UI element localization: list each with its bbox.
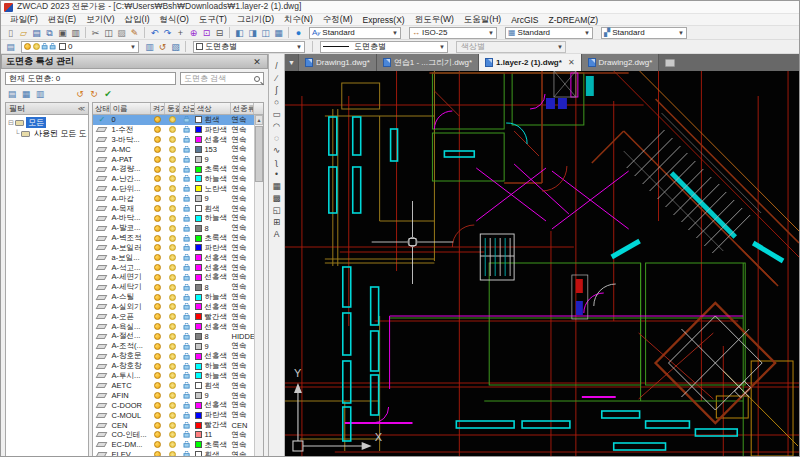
layer-color-cell[interactable]: 선홍색 — [194, 400, 230, 410]
layer-lock-toggle[interactable] — [180, 440, 195, 450]
layer-linetype-cell[interactable]: 연속 — [231, 391, 254, 401]
construction-line-tool-icon[interactable]: ∕ — [270, 72, 284, 84]
layer-linetype-cell[interactable]: 연속 — [231, 253, 254, 263]
layer-lock-toggle[interactable] — [180, 253, 195, 263]
layer-on-toggle[interactable] — [151, 312, 166, 322]
layer-freeze-toggle[interactable] — [165, 213, 180, 223]
layer-lock-toggle[interactable] — [180, 430, 195, 440]
layer-freeze-toggle[interactable] — [165, 194, 180, 204]
layer-color-cell[interactable]: 흰색 — [194, 381, 230, 391]
layer-linetype-cell[interactable]: 연속 — [231, 204, 254, 214]
document-tab[interactable]: Drawing2.dwg* — [582, 54, 660, 71]
layer-linetype-cell[interactable]: 연속 — [231, 351, 254, 361]
layer-lock-toggle[interactable] — [180, 184, 195, 194]
layer-on-toggle[interactable] — [151, 213, 166, 223]
pan-icon[interactable]: + — [174, 27, 187, 39]
layer-freeze-toggle[interactable] — [165, 233, 180, 243]
layer-color-cell[interactable]: 선홍색 — [194, 351, 230, 361]
close-icon[interactable]: ✕ — [251, 57, 263, 67]
layer-linetype-cell[interactable]: 연속 — [231, 194, 254, 204]
rectangle-tool-icon[interactable]: ▭ — [270, 108, 284, 120]
layer-linetype-cell[interactable]: 연속 — [231, 292, 254, 302]
table-row[interactable]: A-석고...선홍색연속 — [93, 263, 254, 273]
table-row[interactable]: ELEV흰색연속 — [93, 450, 254, 457]
layer-lock-toggle[interactable] — [180, 341, 195, 351]
layer-on-toggle[interactable] — [151, 351, 166, 361]
layer-lock-toggle[interactable] — [180, 273, 195, 283]
layer-lock-toggle[interactable] — [180, 410, 195, 420]
layer-linetype-cell[interactable]: 연속 — [231, 312, 254, 322]
layer-lock-toggle[interactable] — [180, 391, 195, 401]
layer-color-cell[interactable]: 노란색 — [194, 184, 230, 194]
layer-on-toggle[interactable] — [151, 273, 166, 283]
table-row[interactable]: ✓0흰색연속 — [93, 115, 254, 125]
layer-on-toggle[interactable] — [151, 125, 166, 135]
layer-freeze-toggle[interactable] — [165, 164, 180, 174]
table-row[interactable]: 1-수전파란색연속 — [93, 125, 254, 135]
table-row[interactable]: C-MOUL파란색연속 — [93, 410, 254, 420]
delete-layer-icon[interactable]: ↻ — [87, 88, 101, 100]
table-row[interactable]: A-바닥...하늘색연속 — [93, 213, 254, 223]
table-row[interactable]: A-투시...하늘색연속 — [93, 371, 254, 381]
table-row[interactable]: A-스틸하늘색연속 — [93, 292, 254, 302]
layer-color-cell[interactable]: 153 — [194, 145, 230, 155]
layer-lock-toggle[interactable] — [180, 135, 195, 145]
layer-states-manager-icon[interactable]: ▥ — [33, 88, 47, 100]
layer-on-toggle[interactable] — [151, 361, 166, 371]
close-tab-icon[interactable]: ✕ — [565, 58, 575, 67]
new-layer-icon[interactable]: ↺ — [73, 88, 87, 100]
menu-item[interactable]: 편집(E) — [43, 14, 81, 26]
table-style-combo[interactable]: ▦ Standard ▼ — [505, 27, 593, 39]
layer-linetype-cell[interactable]: 연속 — [231, 302, 254, 312]
plot-preview-icon[interactable]: ▥ — [69, 27, 82, 39]
layer-freeze-toggle[interactable] — [165, 312, 180, 322]
viewport-single-icon[interactable]: ◧ — [233, 27, 246, 39]
layer-color-cell[interactable]: 9 — [194, 194, 230, 204]
layer-on-toggle[interactable] — [151, 164, 166, 174]
save-all-icon[interactable]: ⧉ — [43, 27, 56, 39]
layer-lock-toggle[interactable] — [180, 322, 195, 332]
layer-on-toggle[interactable] — [151, 302, 166, 312]
document-tab[interactable]: Drawing1.dwg* — [299, 54, 377, 71]
layer-on-toggle[interactable] — [151, 204, 166, 214]
circle-tool-icon[interactable]: ○ — [270, 96, 284, 108]
mtext-tool-icon[interactable]: A — [270, 228, 284, 240]
collapse-icon[interactable]: ≪ — [78, 105, 85, 113]
menu-item[interactable]: 수정(M) — [318, 14, 358, 26]
menu-item[interactable]: 보기(V) — [81, 14, 119, 26]
layer-freeze-toggle[interactable] — [165, 135, 180, 145]
layer-on-toggle[interactable] — [151, 400, 166, 410]
layer-lock-toggle[interactable] — [180, 174, 195, 184]
table-row[interactable]: A-발코...8연속 — [93, 223, 254, 233]
layer-linetype-cell[interactable]: 연속 — [231, 154, 254, 164]
layer-freeze-toggle[interactable] — [165, 371, 180, 381]
layer-color-cell[interactable]: 선홍색 — [194, 273, 230, 283]
layer-on-toggle[interactable] — [151, 253, 166, 263]
mleader-style-combo[interactable]: ▞ Standard ▼ — [601, 27, 687, 39]
table-row[interactable]: A-조적(...9연속 — [93, 341, 254, 351]
dim-style-combo[interactable]: ↔ ISO-25 ▼ — [409, 27, 497, 39]
table-row[interactable]: A-창호창하늘색연속 — [93, 361, 254, 371]
layer-freeze-toggle[interactable] — [165, 292, 180, 302]
tab-overflow-icon[interactable]: ▼ — [285, 54, 299, 71]
vertical-scrollbar[interactable]: ▲ — [254, 115, 263, 457]
layer-color-cell[interactable]: 선홍색 — [194, 322, 230, 332]
panel-title-bar[interactable]: 도면층 특성 관리 ✕ — [1, 54, 268, 69]
layer-linetype-cell[interactable]: 연속 — [231, 223, 254, 233]
layer-freeze-toggle[interactable] — [165, 184, 180, 194]
layer-on-toggle[interactable] — [151, 135, 166, 145]
layer-lock-toggle[interactable] — [180, 223, 195, 233]
layer-color-cell[interactable]: 9 — [194, 341, 230, 351]
filter-tree-item[interactable]: └사용된 모든 도... — [7, 128, 87, 139]
table-row[interactable]: A-보일러파란색연속 — [93, 243, 254, 253]
region-tool-icon[interactable]: ◱ — [270, 204, 284, 216]
layer-color-cell[interactable]: 8 — [194, 223, 230, 233]
layer-color-cell[interactable]: 흰색 — [194, 115, 230, 125]
scrollbar-thumb[interactable] — [255, 126, 263, 182]
new-drawing-button[interactable] — [661, 54, 679, 71]
layer-lock-toggle[interactable] — [180, 381, 195, 391]
layer-color-cell[interactable]: 9 — [194, 154, 230, 164]
table-row[interactable]: 3-바닥...선홍색연속 — [93, 135, 254, 145]
menu-item[interactable]: 파일(F) — [5, 14, 43, 26]
layer-on-toggle[interactable] — [151, 282, 166, 292]
